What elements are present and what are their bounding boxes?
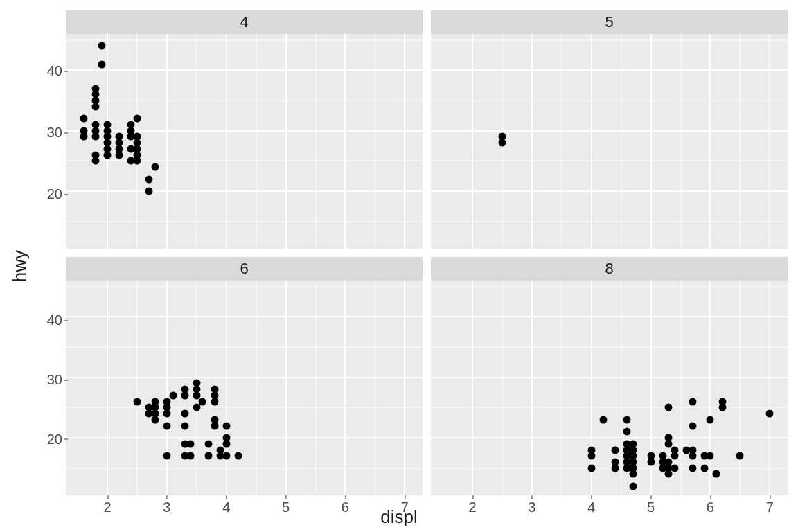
x-tick-label: 4 (222, 499, 230, 515)
data-point (163, 398, 170, 405)
gridline-vertical (472, 34, 473, 249)
data-point (151, 163, 159, 171)
gridline-horizontal-minor (431, 100, 788, 101)
gridline-horizontal-minor (66, 286, 423, 287)
data-point (199, 398, 206, 405)
y-tick-label: 40 (35, 312, 62, 328)
facet-cyl-8: 8 234567 (431, 257, 788, 495)
facet-strip: 4 (66, 10, 423, 34)
gridline-vertical (472, 281, 473, 495)
plot-panel (431, 281, 788, 495)
gridline-horizontal-minor (66, 347, 423, 348)
data-point (671, 464, 678, 472)
data-point (689, 446, 696, 454)
gridline-vertical (531, 34, 533, 249)
gridline-vertical (769, 34, 770, 249)
gridline-vertical-minor (196, 34, 197, 249)
plot-panel (66, 281, 423, 495)
x-tick-label: 2 (104, 499, 112, 515)
data-point (623, 428, 631, 436)
data-point (127, 121, 135, 128)
gridline-vertical-minor (621, 281, 621, 495)
gridline-vertical (709, 34, 711, 249)
gridline-horizontal (66, 377, 423, 378)
gridline-horizontal (431, 316, 788, 317)
x-tick-label: 4 (587, 499, 595, 515)
data-point (713, 470, 720, 478)
gridline-vertical (769, 281, 770, 495)
data-point (647, 452, 655, 460)
data-point (91, 151, 99, 159)
data-point (612, 446, 619, 454)
x-axis-title: displ (380, 506, 417, 528)
gridline-horizontal-minor (431, 347, 788, 348)
data-point (181, 410, 188, 418)
y-axis-title: hwy (9, 250, 30, 282)
data-point (145, 188, 153, 195)
gridline-vertical (404, 281, 405, 495)
x-tick-label: 3 (528, 499, 535, 515)
data-point (766, 410, 774, 418)
gridline-vertical (344, 34, 346, 249)
gridline-vertical-minor (680, 281, 681, 495)
data-point (671, 446, 678, 454)
data-point (80, 115, 87, 123)
gridline-vertical-minor (561, 281, 562, 495)
y-tick-label: 20 (35, 186, 62, 202)
facet-grid: 4 5 6 234567 8 234567 (66, 10, 788, 495)
y-axis-ticks: 203040 (35, 285, 62, 495)
gridline-vertical-minor (315, 34, 316, 249)
facet-cyl-5: 5 (431, 10, 788, 249)
x-tick-label: 7 (766, 499, 774, 515)
gridline-vertical-minor (315, 281, 316, 495)
data-point (91, 85, 99, 92)
data-point (104, 121, 112, 128)
gridline-horizontal (66, 437, 423, 438)
data-point (700, 464, 708, 472)
data-point (222, 452, 230, 460)
data-point (629, 440, 637, 447)
gridline-horizontal-minor (66, 100, 423, 101)
data-point (169, 391, 177, 399)
x-tick-label: 3 (163, 499, 170, 515)
data-point (665, 404, 673, 411)
gridline-vertical (107, 281, 108, 495)
data-point (134, 133, 141, 141)
gridline-horizontal-minor (431, 161, 788, 161)
gridline-horizontal (431, 69, 788, 71)
gridline-horizontal-minor (431, 468, 788, 468)
data-point (181, 386, 188, 393)
y-tick-label: 30 (35, 125, 62, 141)
data-point (736, 452, 744, 460)
data-point (234, 452, 242, 460)
gridline-vertical-minor (375, 34, 375, 249)
gridline-vertical (531, 281, 533, 495)
data-point (707, 416, 714, 423)
data-point (193, 404, 200, 411)
data-point (205, 440, 213, 447)
x-tick-label: 2 (469, 499, 477, 515)
gridline-vertical-minor (561, 34, 562, 249)
y-axis-ticks: 203040 (35, 34, 62, 253)
data-point (499, 133, 506, 141)
data-point (587, 464, 595, 472)
x-tick-label: 5 (647, 499, 655, 515)
gridline-vertical (404, 34, 405, 249)
data-point (718, 398, 726, 405)
data-point (91, 121, 99, 128)
gridline-vertical (591, 281, 592, 495)
data-point (623, 416, 631, 423)
data-point (98, 60, 105, 68)
gridline-vertical-minor (740, 281, 741, 495)
x-tick-label: 6 (342, 499, 349, 515)
gridline-horizontal-minor (66, 407, 423, 408)
gridline-horizontal-minor (431, 407, 788, 408)
data-point (612, 458, 619, 466)
data-point (163, 452, 170, 460)
gridline-horizontal (66, 130, 423, 132)
gridline-horizontal-minor (431, 39, 788, 40)
plot-panel (431, 34, 788, 249)
gridline-horizontal (66, 190, 423, 192)
gridline-vertical (650, 34, 652, 249)
gridline-horizontal (66, 69, 423, 71)
